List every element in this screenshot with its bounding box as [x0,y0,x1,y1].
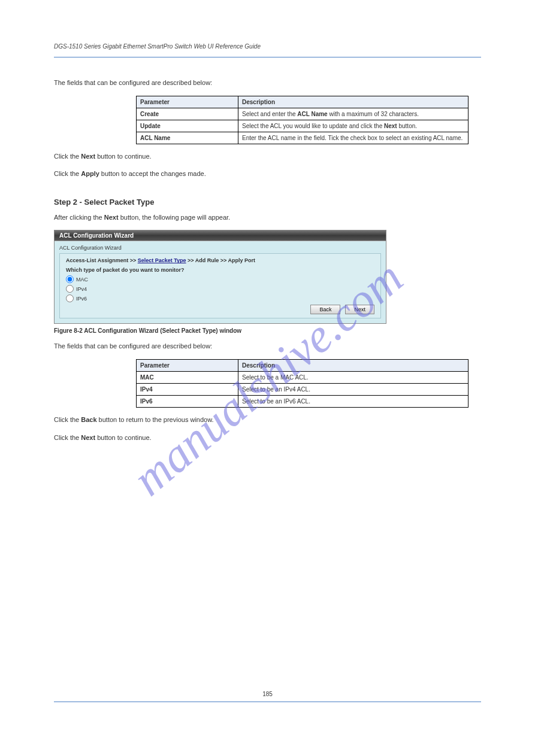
breadcrumb: Access-List Assignment >> Select Packet … [66,257,374,263]
param-table-2: Parameter Description MAC Select to be a… [136,359,468,408]
figure-caption: Figure 8-2 ACL Configuration Wizard (Sel… [54,327,481,334]
radio-mac-label: MAC [76,277,88,283]
section-heading: Step 2 - Select Packet Type [54,198,481,207]
table1-header-param: Parameter [137,96,238,108]
wizard-prompt: Which type of packet do you want to moni… [66,267,374,273]
intro-text: The fields that can be configured are de… [54,78,481,89]
radio-option-ipv4[interactable]: IPv4 [66,285,374,293]
mid-text-2: Click the Apply button to accept the cha… [54,169,481,180]
header-rule [54,57,481,57]
table1-row2-desc: Enter the ACL name in the field. Tick th… [238,132,468,144]
table1-row0-desc: Select and enter the ACL Name with a max… [238,108,468,120]
param-table-1: Parameter Description Create Select and … [136,96,468,144]
wizard-titlebar: ACL Configuration Wizard [55,230,386,241]
post-text-1: Click the Back button to return to the p… [54,415,481,426]
breadcrumb-step-2[interactable]: Select Packet Type [138,257,186,263]
header-left: DGS-1510 Series Gigabit Ethernet SmartPr… [54,43,261,50]
table1-row1-desc: Select the ACL you would like to update … [238,120,468,132]
table2-row1-param: IPv4 [140,386,153,393]
table1-header-desc: Description [238,96,468,108]
mid-text-1: Click the Next button to continue. [54,151,481,162]
table-row: Create Select and enter the ACL Name wit… [137,108,468,120]
table2-row0-param: MAC [140,374,154,381]
section-text: After clicking the Next button, the foll… [54,212,481,223]
radio-mac[interactable] [66,275,74,283]
wizard-group-label: ACL Configuration Wizard [59,245,381,251]
page-number: 185 [0,691,535,697]
post-text-2: Click the Next button to continue. [54,433,481,444]
next-button[interactable]: Next [345,305,374,314]
table2-row1-desc: Select to be an IPv4 ACL. [238,383,468,395]
table1-row1-param: Update [140,123,161,129]
table2-header-param: Parameter [137,359,238,371]
table-row: MAC Select to be a MAC ACL. [137,371,468,383]
radio-ipv6-label: IPv6 [76,296,87,302]
breadcrumb-step-4[interactable]: Apply Port [228,257,255,263]
wizard-panel: ACL Configuration Wizard ACL Configurati… [54,230,386,324]
table-row: Update Select the ACL you would like to … [137,120,468,132]
page-header: DGS-1510 Series Gigabit Ethernet SmartPr… [54,43,481,50]
radio-option-ipv6[interactable]: IPv6 [66,294,374,302]
radio-ipv4[interactable] [66,285,74,293]
footer-rule [54,702,481,702]
table1-row2-param: ACL Name [140,135,170,141]
table2-row2-param: IPv6 [140,398,153,405]
radio-option-mac[interactable]: MAC [66,275,374,283]
radio-ipv4-label: IPv4 [76,286,87,292]
table-row: IPv6 Select to be an IPv6 ACL. [137,395,468,407]
table2-row2-desc: Select to be an IPv6 ACL. [238,395,468,407]
table-row: ACL Name Enter the ACL name in the field… [137,132,468,144]
back-button[interactable]: Back [310,305,340,314]
table1-row0-param: Create [140,111,159,117]
table2-intro: The fields that can be configured are de… [54,341,481,352]
table2-header-desc: Description [238,359,468,371]
table-row: IPv4 Select to be an IPv4 ACL. [137,383,468,395]
table2-row0-desc: Select to be a MAC ACL. [238,371,468,383]
radio-ipv6[interactable] [66,294,74,302]
breadcrumb-step-1[interactable]: Access-List Assignment [66,257,128,263]
breadcrumb-step-3[interactable]: Add Rule [195,257,219,263]
